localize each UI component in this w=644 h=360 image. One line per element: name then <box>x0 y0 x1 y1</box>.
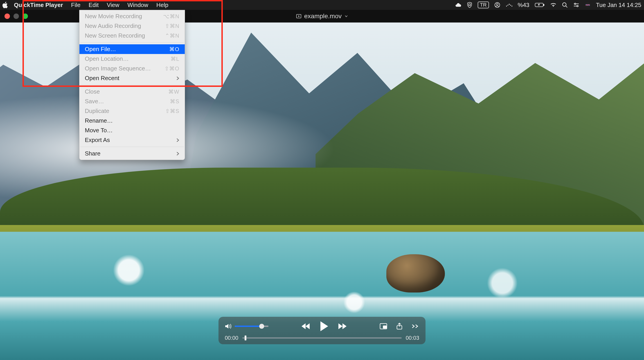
svg-marker-23 <box>342 323 346 329</box>
menu-item-label: Export As <box>85 136 110 144</box>
title-chevron-icon <box>344 14 348 18</box>
window-close-button[interactable] <box>4 14 10 19</box>
picture-in-picture-button[interactable] <box>380 323 387 330</box>
svg-point-7 <box>512 6 512 6</box>
svg-marker-22 <box>338 323 342 329</box>
user-account-icon[interactable] <box>494 2 500 8</box>
svg-point-2 <box>496 4 498 5</box>
play-button[interactable] <box>319 321 329 332</box>
menu-item-open-location: Open Location…⌘L <box>80 54 185 64</box>
cloud-icon[interactable] <box>455 3 462 7</box>
svg-rect-25 <box>383 326 386 328</box>
menu-item-label: Close <box>85 88 100 95</box>
svg-line-11 <box>566 6 567 8</box>
window-title[interactable]: example.mov <box>296 12 348 20</box>
menu-item-save: Save…⌘S <box>80 96 185 106</box>
menu-item-open-image-sequence: Open Image Sequence…⇧⌘O <box>80 64 185 73</box>
menu-item-new-screen-recording: New Screen Recording⌃⌘N <box>80 31 185 40</box>
menu-item-shortcut: ⌘O <box>169 46 179 52</box>
share-button[interactable] <box>396 323 402 330</box>
svg-marker-18 <box>298 15 300 17</box>
menu-item-close: Close⌘W <box>80 87 185 96</box>
menu-edit[interactable]: Edit <box>84 0 103 10</box>
menu-item-shortcut: ⌘S <box>170 98 179 104</box>
file-menu-dropdown: New Movie Recording⌥⌘NNew Audio Recordin… <box>79 10 185 160</box>
menu-item-duplicate: Duplicate⇧⌘S <box>80 106 185 116</box>
more-button[interactable] <box>412 324 419 328</box>
menu-view[interactable]: View <box>102 0 123 10</box>
menu-item-label: New Screen Recording <box>85 32 145 39</box>
chevron-right-icon <box>176 138 179 142</box>
menu-item-label: Share <box>85 150 100 157</box>
scrubber[interactable] <box>242 337 402 338</box>
keyboard-layout-text: TR <box>480 2 486 8</box>
time-elapsed: 00:00 <box>225 335 238 341</box>
battery-percentage: %43 <box>518 2 530 8</box>
menu-item-export-as[interactable]: Export As <box>80 135 185 145</box>
control-center-icon[interactable] <box>573 2 580 8</box>
volume-slider[interactable] <box>235 326 268 327</box>
menu-item-open-recent[interactable]: Open Recent <box>80 73 185 83</box>
battery-charging-icon[interactable] <box>535 2 545 8</box>
svg-point-13 <box>574 3 576 4</box>
volume-icon[interactable] <box>225 323 232 329</box>
svg-point-6 <box>510 5 511 6</box>
chevron-right-icon <box>176 76 179 80</box>
menu-item-label: New Audio Recording <box>85 22 141 30</box>
menu-item-label: Rename… <box>85 117 113 124</box>
hotspot-icon[interactable] <box>506 2 512 8</box>
rewind-button[interactable] <box>300 322 310 330</box>
menu-item-move-to[interactable]: Move To… <box>80 126 185 135</box>
menu-item-label: Open File… <box>85 46 116 53</box>
menu-item-shortcut: ⇧⌘S <box>165 108 179 114</box>
window-minimize-button[interactable] <box>14 14 19 19</box>
scene-rock <box>386 254 445 292</box>
window-filename: example.mov <box>304 12 342 20</box>
menu-item-label: Move To… <box>85 127 113 134</box>
playback-controls: 00:00 00:03 <box>218 317 426 344</box>
svg-rect-0 <box>469 4 470 6</box>
menu-item-shortcut: ⌃⌘N <box>165 32 179 39</box>
menu-item-label: Open Image Sequence… <box>85 65 151 72</box>
shield-icon[interactable] <box>467 2 472 8</box>
menu-item-share[interactable]: Share <box>80 149 185 158</box>
svg-point-10 <box>562 3 566 6</box>
menu-item-open-file[interactable]: Open File…⌘O <box>80 44 185 54</box>
time-duration: 00:03 <box>406 335 419 341</box>
menu-separator <box>80 147 184 147</box>
menu-file[interactable]: File <box>67 0 84 10</box>
menu-item-shortcut: ⌥⌘N <box>163 13 179 20</box>
keyboard-layout-indicator[interactable]: TR <box>478 2 489 8</box>
svg-rect-9 <box>544 4 544 6</box>
wifi-icon[interactable] <box>550 2 556 8</box>
menu-item-new-audio-recording: New Audio Recording⇧⌘N <box>80 21 185 31</box>
scrubber-thumb[interactable] <box>244 336 246 340</box>
menu-item-label: Open Location… <box>85 55 129 62</box>
svg-marker-20 <box>306 323 310 329</box>
menu-item-rename[interactable]: Rename… <box>80 116 185 126</box>
menu-item-shortcut: ⌘L <box>170 56 179 62</box>
svg-point-4 <box>508 5 508 6</box>
apple-menu-icon[interactable] <box>0 2 10 8</box>
svg-point-3 <box>506 6 507 6</box>
menu-help[interactable]: Help <box>152 0 172 10</box>
volume-thumb[interactable] <box>259 324 264 329</box>
menu-item-label: Duplicate <box>85 108 109 114</box>
window-zoom-button[interactable] <box>22 14 28 19</box>
app-name[interactable]: QuickTime Player <box>10 2 67 8</box>
fast-forward-button[interactable] <box>338 322 348 330</box>
menu-item-shortcut: ⇧⌘O <box>164 66 179 72</box>
menu-item-shortcut: ⇧⌘N <box>165 23 179 29</box>
movie-file-icon <box>296 14 302 19</box>
menu-window[interactable]: Window <box>123 0 152 10</box>
svg-marker-19 <box>302 323 306 329</box>
menu-item-label: New Movie Recording <box>85 13 142 20</box>
menu-item-new-movie-recording: New Movie Recording⌥⌘N <box>80 12 185 21</box>
spotlight-search-icon[interactable] <box>562 2 568 8</box>
menu-separator <box>80 85 184 85</box>
siri-icon[interactable] <box>585 2 591 8</box>
svg-marker-21 <box>320 321 328 331</box>
menu-item-label: Save… <box>85 98 104 105</box>
macos-menubar: QuickTime Player File Edit View Window H… <box>0 0 644 10</box>
menubar-datetime: Tue Jan 14 14:25 <box>596 2 641 8</box>
